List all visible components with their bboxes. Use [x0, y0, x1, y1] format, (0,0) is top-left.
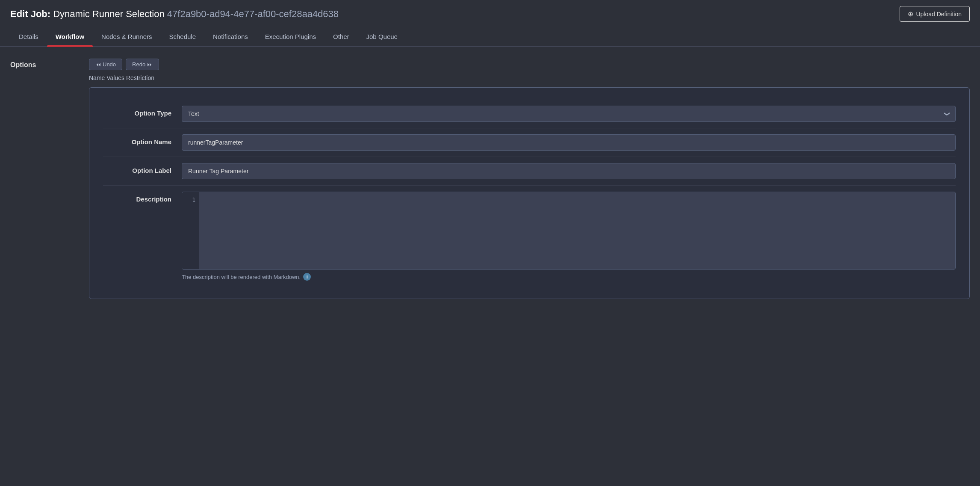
option-type-label: Option Type — [103, 106, 171, 117]
redo-icon: ⏭ — [147, 61, 153, 68]
option-label-control — [182, 163, 956, 179]
upload-icon: ⊕ — [908, 10, 913, 18]
undo-icon: ⏮ — [95, 61, 101, 68]
upload-definition-button[interactable]: ⊕ Upload Definition — [900, 6, 970, 22]
tab-schedule[interactable]: Schedule — [161, 28, 205, 46]
description-label: Description — [103, 192, 171, 203]
option-label-input[interactable] — [182, 163, 956, 179]
page-title: Edit Job: Dynamic Runner Selection 47f2a… — [10, 9, 339, 20]
option-name-label: Option Name — [103, 134, 171, 145]
option-name-row: Option Name — [103, 128, 956, 157]
markdown-hint: The description will be rendered with Ma… — [182, 273, 956, 281]
page-header: Edit Job: Dynamic Runner Selection 47f2a… — [0, 0, 980, 28]
option-name-control — [182, 134, 956, 151]
option-label-row: Option Label — [103, 157, 956, 186]
tab-execution-plugins[interactable]: Execution Plugins — [257, 28, 325, 46]
options-right-panel: ⏮ Undo Redo ⏭ Name Values Restriction Op… — [89, 59, 970, 299]
tab-details[interactable]: Details — [10, 28, 47, 46]
tab-notifications[interactable]: Notifications — [204, 28, 257, 46]
option-label-label: Option Label — [103, 163, 171, 174]
toolbar: ⏮ Undo Redo ⏭ — [89, 59, 970, 70]
restriction-label: Name Values Restriction — [89, 74, 970, 81]
undo-button[interactable]: ⏮ Undo — [89, 59, 122, 70]
tab-other[interactable]: Other — [325, 28, 358, 46]
description-row: Description 1 The description will be re… — [103, 186, 956, 287]
option-type-control: Text Integer Float Boolean File — [182, 106, 956, 122]
tab-workflow[interactable]: Workflow — [47, 28, 93, 46]
content-area: Options ⏮ Undo Redo ⏭ Name Values Restri… — [0, 47, 980, 311]
option-name-input[interactable] — [182, 134, 956, 151]
tab-job-queue[interactable]: Job Queue — [358, 28, 406, 46]
redo-button[interactable]: Redo ⏭ — [126, 59, 159, 70]
description-editor: 1 — [182, 192, 956, 270]
tab-nodes-runners[interactable]: Nodes & Runners — [93, 28, 160, 46]
line-numbers: 1 — [182, 192, 199, 269]
description-textarea[interactable] — [199, 192, 955, 269]
options-section-label: Options — [10, 59, 79, 299]
options-form-card: Option Type Text Integer Float Boolean F… — [89, 87, 970, 299]
tabs-nav: Details Workflow Nodes & Runners Schedul… — [0, 28, 980, 47]
option-type-row: Option Type Text Integer Float Boolean F… — [103, 100, 956, 128]
markdown-info-icon[interactable]: i — [303, 273, 311, 281]
option-type-select[interactable]: Text Integer Float Boolean File — [182, 106, 956, 122]
description-control: 1 The description will be rendered with … — [182, 192, 956, 281]
